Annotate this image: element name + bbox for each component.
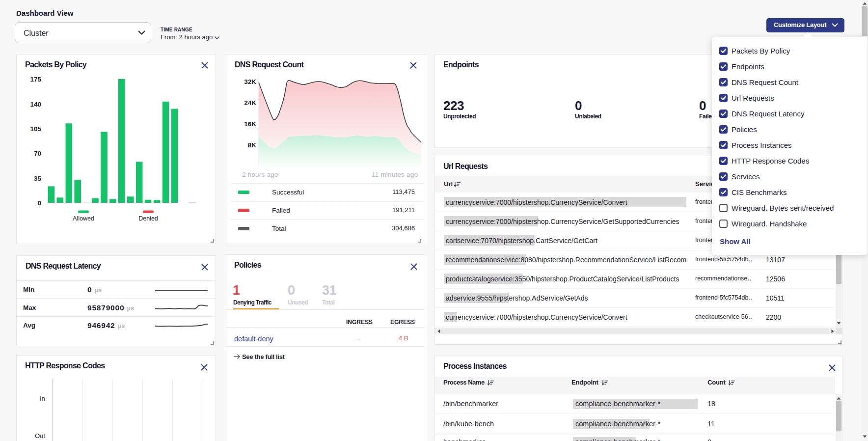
- svg-text:16K: 16K: [244, 120, 256, 128]
- svg-text:105: 105: [30, 125, 41, 133]
- svg-text:35: 35: [34, 175, 42, 182]
- svg-text:0: 0: [37, 199, 41, 207]
- svg-text:24K: 24K: [244, 99, 256, 107]
- svg-text:Denied: Denied: [138, 215, 158, 222]
- svg-text:175: 175: [30, 76, 41, 83]
- svg-text:32K: 32K: [244, 78, 256, 85]
- svg-text:Allowed: Allowed: [73, 215, 94, 222]
- svg-text:70: 70: [34, 150, 41, 157]
- svg-text:8K: 8K: [248, 141, 257, 149]
- svg-text:140: 140: [30, 101, 41, 108]
